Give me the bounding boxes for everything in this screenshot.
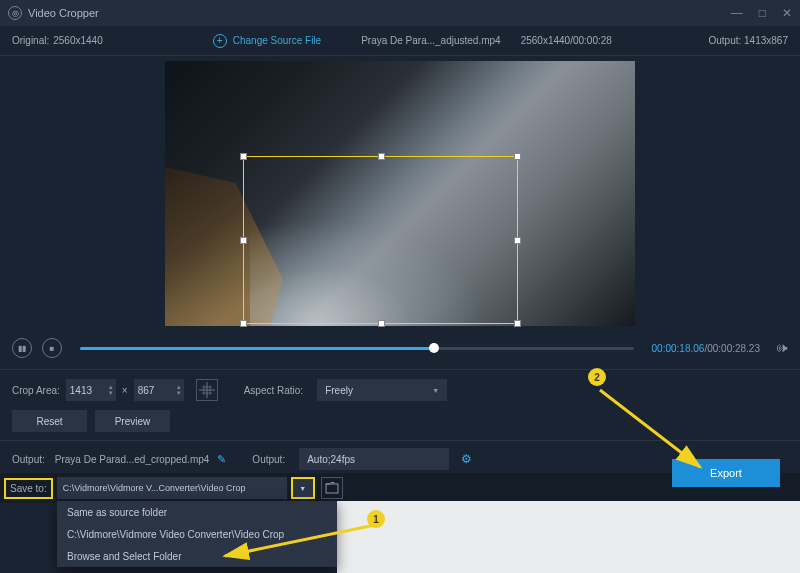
separator <box>0 440 800 441</box>
crop-area-label: Crop Area: <box>12 385 60 396</box>
aspect-ratio-value: Freely <box>325 385 353 396</box>
titlebar: ◎ Video Cropper — □ ✕ <box>0 0 800 26</box>
playback-bar: ▮▮ ■ 00:00:18.06/00:00:28.23 🕪 <box>0 331 800 365</box>
aspect-ratio-label: Aspect Ratio: <box>244 385 303 396</box>
source-filename: Praya De Para..._adjusted.mp4 <box>361 35 501 46</box>
output-format-label: Output: <box>252 454 285 465</box>
reset-label: Reset <box>36 416 62 427</box>
duration: /00:00:28.23 <box>704 343 760 354</box>
dropdown-item-browse[interactable]: Browse and Select Folder <box>57 545 337 567</box>
save-path-dropdown: Same as source folder C:\Vidmore\Vidmore… <box>57 501 337 567</box>
stepper-icon[interactable]: ▲▼ <box>108 379 114 401</box>
save-path-field[interactable]: C:\Vidmore\Vidmore V...Converter\Video C… <box>57 477 287 499</box>
crop-handle-mr[interactable] <box>514 237 521 244</box>
dropdown-item-path[interactable]: C:\Vidmore\Vidmore Video Converter\Video… <box>57 523 337 545</box>
app-icon: ◎ <box>8 6 22 20</box>
output-label: Output: <box>12 454 45 465</box>
original-label: Original: <box>12 35 49 46</box>
volume-icon[interactable]: 🕪 <box>776 341 788 355</box>
crop-handle-ml[interactable] <box>240 237 247 244</box>
svg-rect-6 <box>326 484 338 493</box>
save-path-value: C:\Vidmore\Vidmore V...Converter\Video C… <box>63 483 246 493</box>
output-format-value: Auto;24fps <box>307 454 355 465</box>
crop-handle-tc[interactable] <box>378 153 385 160</box>
app-title: Video Cropper <box>28 7 99 19</box>
crop-handle-bl[interactable] <box>240 320 247 327</box>
export-button[interactable]: Export <box>672 459 780 487</box>
crop-width-value: 1413 <box>70 385 92 396</box>
button-row: Reset Preview <box>0 406 800 436</box>
minimize-button[interactable]: — <box>731 6 743 20</box>
annotation-badge-1: 1 <box>367 510 385 528</box>
separator <box>0 369 800 370</box>
crop-controls: Crop Area: 1413 ▲▼ × 867 ▲▼ Aspect Ratio… <box>0 374 800 406</box>
output-dims-label: Output: <box>708 35 741 46</box>
crop-height-input[interactable]: 867 ▲▼ <box>134 379 184 401</box>
play-button[interactable]: ▮▮ <box>12 338 32 358</box>
multiply-icon: × <box>122 385 128 396</box>
crop-width-input[interactable]: 1413 ▲▼ <box>66 379 116 401</box>
position-center-button[interactable] <box>196 379 218 401</box>
reset-button[interactable]: Reset <box>12 410 87 432</box>
export-label: Export <box>710 467 742 479</box>
crop-handle-bc[interactable] <box>378 320 385 327</box>
app-window: ◎ Video Cropper — □ ✕ Original: 2560x144… <box>0 0 800 573</box>
crop-handle-tl[interactable] <box>240 153 247 160</box>
annotation-badge-2: 2 <box>588 368 606 386</box>
output-format-select[interactable]: Auto;24fps <box>299 448 449 470</box>
edit-filename-button[interactable]: ✎ <box>217 453 226 466</box>
original-dims: 2560x1440 <box>53 35 103 46</box>
dropdown-item-same-folder[interactable]: Same as source folder <box>57 501 337 523</box>
background-strip <box>337 501 800 573</box>
current-time: 00:00:18.06 <box>652 343 705 354</box>
crop-box[interactable] <box>243 156 518 324</box>
timeline-thumb[interactable] <box>429 343 439 353</box>
save-path-dropdown-button[interactable]: ▼ <box>291 477 315 499</box>
info-bar: Original: 2560x1440 + Change Source File… <box>0 26 800 56</box>
window-controls: — □ ✕ <box>731 6 792 20</box>
plus-icon: + <box>213 34 227 48</box>
timeline-progress <box>80 347 434 350</box>
video-canvas[interactable] <box>165 61 635 326</box>
stepper-icon[interactable]: ▲▼ <box>176 379 182 401</box>
save-to-label: Save to: <box>4 478 53 499</box>
output-dims: 1413x867 <box>744 35 788 46</box>
crop-height-value: 867 <box>138 385 155 396</box>
chevron-down-icon: ▼ <box>432 387 439 394</box>
preview-label: Preview <box>115 416 151 427</box>
change-source-button[interactable]: + Change Source File <box>213 34 321 48</box>
maximize-button[interactable]: □ <box>759 6 766 20</box>
preview-area <box>0 56 800 331</box>
source-info: 2560x1440/00:00:28 <box>521 35 612 46</box>
crop-handle-tr[interactable] <box>514 153 521 160</box>
open-folder-button[interactable] <box>321 477 343 499</box>
settings-button[interactable]: ⚙ <box>461 452 472 466</box>
timeline[interactable] <box>80 347 634 350</box>
dd-label: C:\Vidmore\Vidmore Video Converter\Video… <box>67 529 284 540</box>
preview-button[interactable]: Preview <box>95 410 170 432</box>
change-source-label: Change Source File <box>233 35 321 46</box>
close-button[interactable]: ✕ <box>782 6 792 20</box>
stop-button[interactable]: ■ <box>42 338 62 358</box>
aspect-ratio-select[interactable]: Freely ▼ <box>317 379 447 401</box>
dd-label: Same as source folder <box>67 507 167 518</box>
output-filename: Praya De Parad...ed_cropped.mp4 <box>55 454 210 465</box>
crop-handle-br[interactable] <box>514 320 521 327</box>
dd-label: Browse and Select Folder <box>67 551 182 562</box>
